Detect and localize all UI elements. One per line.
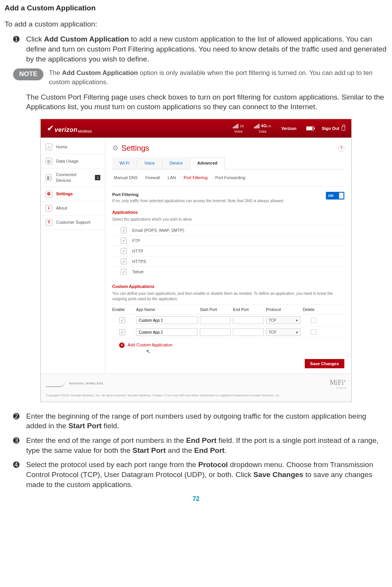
port-filtering-desc: If on, only traffic from selected applic… xyxy=(112,198,326,204)
step-1-pre: Click xyxy=(26,35,44,43)
devices-badge: 1 xyxy=(95,175,100,180)
checkbox[interactable]: ✓ xyxy=(121,238,127,244)
app-row: ✓ HTTP xyxy=(112,246,344,256)
intro-text: To add a custom application: xyxy=(5,19,387,29)
step-2-bold: Start Port xyxy=(68,422,102,430)
step-3-pre: Enter the end of the range of port numbe… xyxy=(26,436,186,444)
delete-checkbox[interactable] xyxy=(311,318,316,323)
voice-label: Voice xyxy=(234,129,243,134)
copyright-text: Copyright ©2015. Novatel Wireless, Inc. … xyxy=(41,394,351,402)
sidebar-settings-label: Settings xyxy=(56,191,73,197)
app-row: ✓ HTTPS xyxy=(112,256,344,266)
app-name-input[interactable] xyxy=(136,328,198,336)
topbar: ✔ verizon wireless 1X Voice 4GLTE Data V… xyxy=(41,119,351,138)
checkbox[interactable]: ✓ xyxy=(119,329,125,335)
add-custom-app-row[interactable]: + Add Custom Application xyxy=(112,342,344,348)
port-filtering-title: Port Filtering xyxy=(112,192,326,198)
lte-label: LTE xyxy=(267,125,271,128)
checkbox[interactable]: ✓ xyxy=(121,248,127,254)
subtab-port-forwarding[interactable]: Port Forwarding xyxy=(215,175,245,181)
plus-icon: + xyxy=(119,343,125,348)
col-proto: Protocol xyxy=(266,307,301,312)
step-4-body: Select the protocol used by each port ra… xyxy=(26,460,387,489)
sidebar-item-home[interactable]: ⌂ Home xyxy=(41,140,105,154)
applications-desc: Select the applications which you wish t… xyxy=(112,217,344,222)
port-filtering-toggle[interactable]: ON xyxy=(326,192,344,200)
subtabs: Manual DNS Firewall LAN Port Filtering P… xyxy=(112,172,344,186)
home-icon: ⌂ xyxy=(45,143,52,150)
sign-out-link[interactable]: Sign Out xyxy=(322,126,345,131)
protocol-select[interactable]: TCP ▾ xyxy=(266,328,301,336)
col-name: App Name xyxy=(136,307,198,312)
globe-icon: ◍ xyxy=(45,158,52,165)
sidebar-data-label: Data Usage xyxy=(56,158,78,164)
verizon-check-icon: ✔ xyxy=(47,123,54,134)
tab-device[interactable]: Device xyxy=(163,157,190,169)
col-start: Start Port xyxy=(200,307,231,312)
custom-apps-title: Custom Applications xyxy=(112,284,344,289)
mifi-powered: Powered xyxy=(330,386,346,390)
app-label: HTTPS xyxy=(132,259,146,264)
checkbox[interactable]: ✓ xyxy=(121,227,127,233)
verizon-logo: ✔ verizon wireless xyxy=(47,123,92,134)
step-4-bold2: Save Changes xyxy=(253,471,303,479)
step-1-bold: Add Custom Application xyxy=(44,35,129,43)
step-4: ➍ Select the protocol used by each port … xyxy=(5,460,387,489)
tab-advanced[interactable]: Advanced xyxy=(190,157,225,170)
data-signal-icon xyxy=(254,124,259,128)
sidebar-devices-label: Connected Devices xyxy=(56,172,91,183)
custom-apps-desc: You can define your own applications, an… xyxy=(112,291,344,301)
note-pre: The xyxy=(49,69,62,76)
end-port-input[interactable] xyxy=(233,316,264,324)
subtab-port-filtering[interactable]: Port Filtering xyxy=(184,175,208,181)
subtab-firewall[interactable]: Firewall xyxy=(145,175,160,181)
app-name-input[interactable] xyxy=(136,316,198,324)
after-note-text: The Custom Port Filtering page uses chec… xyxy=(5,92,387,112)
checkbox[interactable]: ✓ xyxy=(121,258,127,264)
app-label: FTP xyxy=(132,238,140,244)
col-enable: Enable xyxy=(112,307,134,312)
mifi-text: MiFi xyxy=(330,379,344,386)
router-admin-screenshot: ✔ verizon wireless 1X Voice 4GLTE Data V… xyxy=(40,119,352,402)
delete-checkbox[interactable] xyxy=(311,329,316,335)
data-label: Data xyxy=(259,129,266,134)
sidebar-item-support[interactable]: ? Customer Support xyxy=(41,216,105,230)
step-3-number: ➌ xyxy=(13,436,26,455)
end-port-input[interactable] xyxy=(233,328,264,336)
app-label: HTTP xyxy=(132,248,143,254)
sidebar-home-label: Home xyxy=(56,144,67,150)
start-port-input[interactable] xyxy=(200,328,231,336)
sidebar-item-about[interactable]: i About xyxy=(41,201,105,216)
voice-signal-icon xyxy=(233,124,238,128)
tab-voice[interactable]: Voice xyxy=(137,157,162,169)
protocol-value: TCP xyxy=(269,330,276,335)
cursor-icon: ↖ xyxy=(146,348,151,354)
app-label: Email (POP3, IMAP, SMTP) xyxy=(132,228,184,233)
verizon-brand: verizon xyxy=(55,126,78,134)
lock-icon xyxy=(342,126,345,131)
sidebar-about-label: About xyxy=(56,205,67,211)
app-row: ✓ Email (POP3, IMAP, SMTP) xyxy=(112,225,344,235)
tab-wifi[interactable]: Wi-Fi xyxy=(112,157,137,169)
protocol-select[interactable]: TCP ▾ xyxy=(266,316,301,324)
app-row: ✓ Telnet xyxy=(112,266,344,277)
step-2-post: field. xyxy=(101,422,119,430)
start-port-input[interactable] xyxy=(200,316,231,324)
checkbox[interactable]: ✓ xyxy=(119,317,125,323)
sidebar-item-data-usage[interactable]: ◍ Data Usage xyxy=(41,154,105,168)
save-changes-button[interactable]: Save Changes xyxy=(305,359,344,368)
subtab-lan[interactable]: LAN xyxy=(168,175,176,181)
step-3-body: Enter the end of the range of port numbe… xyxy=(26,436,387,455)
custom-table-header: Enable App Name Start Port End Port Prot… xyxy=(112,304,344,314)
sidebar-item-settings[interactable]: ⚙ Settings xyxy=(41,187,105,201)
step-1-number: ➊ xyxy=(13,34,26,64)
checkbox[interactable]: ✓ xyxy=(121,269,127,275)
sidebar-support-label: Customer Support xyxy=(56,220,90,225)
step-1-body: Click Add Custom Application to add a ne… xyxy=(26,34,387,64)
sidebar-item-connected-devices[interactable]: ◧ Connected Devices 1 xyxy=(41,168,105,187)
settings-title: Settings xyxy=(121,143,149,153)
subtab-dns[interactable]: Manual DNS xyxy=(114,175,138,181)
help-icon[interactable]: ? xyxy=(338,145,344,151)
question-icon: ? xyxy=(45,219,52,226)
tabs-main: Wi-Fi Voice Device Advanced xyxy=(112,157,344,170)
